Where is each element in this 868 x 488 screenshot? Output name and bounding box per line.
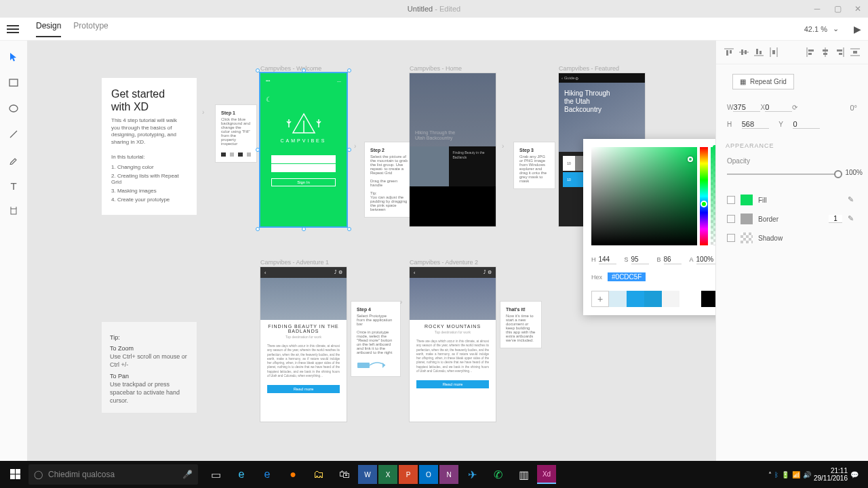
border-swatch[interactable] (741, 214, 753, 224)
step-card-3: Step 3 Grab any JPG or PNG image from Wi… (514, 142, 555, 188)
svg-rect-22 (808, 53, 812, 55)
align-center-icon[interactable] (821, 47, 830, 57)
text-tool-icon[interactable]: T (7, 180, 20, 192)
firefox-icon[interactable]: ● (281, 461, 305, 488)
border-checkbox[interactable] (727, 215, 735, 223)
xd-icon[interactable]: Xd (537, 465, 556, 484)
alpha-input[interactable] (696, 255, 715, 264)
distribute-v-icon[interactable] (769, 47, 778, 57)
artboard-home[interactable]: Campvibes - Home Hiking Through the Utah… (410, 65, 496, 226)
align-bottom-icon[interactable] (754, 47, 764, 57)
saturation-value-field[interactable] (591, 147, 697, 245)
maximize-icon[interactable]: ▢ (827, 0, 848, 18)
svg-point-1 (9, 105, 18, 112)
tab-design[interactable]: Design (36, 21, 61, 37)
swatch[interactable] (662, 291, 679, 307)
repeat-grid-button[interactable]: ▦ Repeat Grid (732, 74, 794, 89)
artboard-tool-icon[interactable] (7, 205, 20, 218)
svg-rect-31 (853, 51, 857, 54)
color-picker[interactable]: H S B A Hex #0CDC5F + (583, 139, 715, 315)
height-input[interactable] (742, 120, 769, 129)
artboard-welcome[interactable]: Campvibes - Welcome •••⋯ ☾ CAMPVIBES Sig… (260, 65, 347, 226)
sat-input[interactable] (631, 255, 649, 264)
artboard-adventure-1[interactable]: Campvibes - Adventure 1 ‹⤴ ⚙ FINDING BEA… (260, 259, 347, 422)
start-button[interactable] (4, 461, 27, 488)
align-middle-icon[interactable] (739, 47, 749, 57)
fill-swatch[interactable] (741, 195, 753, 205)
outlook-icon[interactable]: O (419, 465, 438, 484)
shadow-checkbox[interactable] (727, 234, 735, 242)
eyedropper-icon[interactable]: ✎ (848, 195, 857, 205)
telegram-icon[interactable]: ✈ (460, 461, 484, 488)
select-tool-icon[interactable] (7, 51, 20, 63)
svg-marker-7 (382, 363, 385, 368)
zoom-level[interactable]: 42.1 % (804, 25, 827, 33)
svg-rect-25 (823, 53, 827, 55)
clock[interactable]: 21:11 29/11/2016 (814, 467, 848, 482)
line-tool-icon[interactable] (7, 128, 20, 140)
battery-icon[interactable]: 🔋 (781, 471, 789, 479)
minimize-icon[interactable]: ─ (807, 0, 827, 18)
eyedropper-icon[interactable]: ✎ (848, 214, 857, 224)
x-input[interactable] (765, 103, 792, 112)
svg-rect-35 (16, 474, 20, 479)
explorer-icon[interactable]: 🗂 (307, 461, 331, 488)
rectangle-tool-icon[interactable] (7, 77, 20, 89)
tab-prototype[interactable]: Prototype (73, 21, 108, 37)
cortana-search[interactable]: ◯ Chiedimi qualcosa 🎤 (28, 464, 198, 485)
excel-icon[interactable]: X (378, 465, 397, 484)
ie-icon[interactable]: e (229, 461, 254, 488)
tool-bar: T (0, 41, 27, 461)
artboard-adventure-2[interactable]: Campvibes - Adventure 2 ‹⤴ ⚙ ROCKY MOUNT… (410, 259, 496, 422)
pen-tool-icon[interactable] (7, 154, 20, 166)
hue-input[interactable] (599, 255, 616, 264)
swatch[interactable] (609, 291, 627, 307)
add-swatch-button[interactable]: + (591, 291, 609, 307)
volume-icon[interactable]: 🔊 (803, 471, 811, 479)
appearance-label: APPEARANCE (716, 133, 868, 153)
align-right-icon[interactable] (835, 47, 845, 57)
opacity-slider[interactable]: 100% (727, 167, 857, 181)
svg-rect-27 (837, 49, 842, 52)
canvas[interactable]: Get started with XD This 4 step tutorial… (27, 41, 715, 461)
fill-checkbox[interactable] (727, 196, 735, 204)
onenote-icon[interactable]: N (439, 465, 458, 484)
align-top-icon[interactable] (724, 47, 734, 57)
mic-icon[interactable]: 🎤 (182, 470, 193, 479)
border-width-input[interactable] (829, 215, 842, 223)
bri-input[interactable] (664, 255, 682, 264)
chevron-down-icon[interactable]: ⌄ (833, 24, 839, 33)
ellipse-tool-icon[interactable] (7, 102, 20, 115)
shadow-swatch[interactable] (741, 232, 753, 243)
notifications-icon[interactable]: 💬 (850, 471, 859, 479)
app-icon[interactable]: ▥ (511, 461, 536, 488)
distribute-h-icon[interactable] (850, 47, 860, 57)
swatch[interactable] (627, 291, 644, 307)
swatch[interactable] (701, 291, 715, 307)
chevron-right-icon: › (354, 142, 356, 150)
swatch[interactable] (644, 291, 662, 307)
edge-icon[interactable]: e (255, 461, 279, 488)
width-input[interactable] (733, 103, 760, 112)
menu-icon[interactable] (7, 23, 19, 35)
whatsapp-icon[interactable]: ✆ (486, 461, 510, 488)
step-card-2: Step 2 Select the picture of the mountai… (365, 142, 414, 217)
word-icon[interactable]: W (358, 465, 377, 484)
powerpoint-icon[interactable]: P (399, 465, 418, 484)
alpha-slider[interactable] (711, 147, 715, 245)
close-icon[interactable]: ✕ (848, 0, 868, 18)
hue-slider[interactable] (700, 147, 708, 245)
task-view-icon[interactable]: ▭ (203, 461, 228, 488)
hex-input[interactable]: #0CDC5F (608, 272, 646, 281)
play-icon[interactable]: ▶ (854, 24, 861, 35)
svg-rect-28 (839, 53, 842, 55)
y-input[interactable] (793, 120, 820, 129)
bluetooth-icon[interactable]: ᛒ (774, 471, 778, 479)
svg-line-2 (10, 131, 17, 138)
store-icon[interactable]: 🛍 (332, 461, 357, 488)
tray-expand-icon[interactable]: ˄ (768, 471, 772, 479)
wifi-icon[interactable]: 📶 (792, 471, 800, 479)
rotate-icon[interactable]: ⟳ (792, 104, 797, 111)
svg-rect-33 (16, 469, 20, 474)
align-left-icon[interactable] (806, 47, 815, 57)
